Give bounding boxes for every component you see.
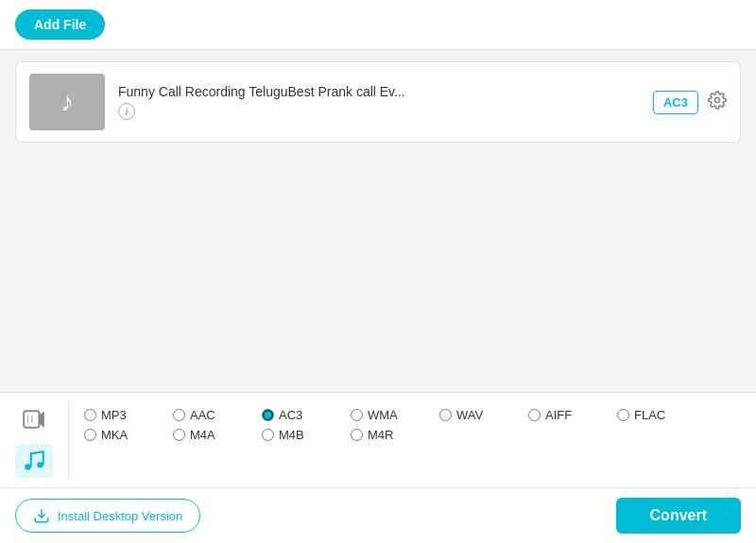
media-type-tabs	[0, 402, 69, 478]
file-name: Funny Call Recording TeluguBest Prank ca…	[118, 84, 640, 99]
action-bar: Install Desktop Version Convert	[0, 488, 756, 543]
download-icon	[33, 507, 50, 524]
install-desktop-button[interactable]: Install Desktop Version	[15, 499, 200, 533]
install-label: Install Desktop Version	[58, 509, 182, 523]
format-option-m4r[interactable]: M4R	[351, 428, 417, 442]
file-item: ♪ Funny Call Recording TeluguBest Prank …	[15, 61, 741, 143]
file-info: Funny Call Recording TeluguBest Prank ca…	[118, 84, 640, 120]
format-row-2: MKA M4A M4B M4R	[84, 428, 741, 442]
format-option-mka[interactable]: MKA	[84, 428, 150, 442]
format-option-wav[interactable]: WAV	[439, 408, 506, 422]
add-file-button[interactable]: Add File	[15, 9, 105, 40]
music-icon: ♪	[60, 87, 74, 117]
info-circle-icon[interactable]: i	[118, 103, 135, 120]
bottom-panel: MP3 AAC AC3 WMA WAV AIFF F	[0, 392, 756, 543]
top-bar: Add File	[0, 0, 756, 50]
audio-tab[interactable]	[15, 444, 53, 478]
format-option-m4a[interactable]: M4A	[173, 428, 239, 442]
file-thumbnail: ♪	[29, 74, 105, 130]
format-option-ac3[interactable]: AC3	[262, 408, 328, 422]
svg-rect-1	[24, 411, 39, 427]
video-icon	[22, 407, 46, 432]
format-option-m4b[interactable]: M4B	[262, 428, 328, 442]
gear-icon	[708, 91, 727, 110]
format-selector: MP3 AAC AC3 WMA WAV AIFF F	[0, 393, 756, 488]
format-option-mp3[interactable]: MP3	[84, 408, 150, 422]
format-options: MP3 AAC AC3 WMA WAV AIFF F	[69, 402, 756, 478]
format-row-1: MP3 AAC AC3 WMA WAV AIFF F	[84, 408, 741, 422]
music-note-icon	[22, 449, 46, 473]
svg-point-5	[25, 464, 31, 470]
format-option-aiff[interactable]: AIFF	[528, 408, 594, 422]
convert-button[interactable]: Convert	[616, 498, 741, 534]
svg-point-0	[715, 97, 720, 102]
settings-button[interactable]	[708, 91, 727, 114]
svg-point-6	[37, 462, 43, 468]
format-option-wma[interactable]: WMA	[351, 408, 417, 422]
format-option-aac[interactable]: AAC	[173, 408, 239, 422]
file-list-area: ♪ Funny Call Recording TeluguBest Prank …	[0, 50, 756, 392]
video-tab[interactable]	[15, 402, 53, 436]
file-actions: AC3	[653, 91, 727, 114]
format-option-flac[interactable]: FLAC	[617, 408, 683, 422]
format-badge[interactable]: AC3	[653, 91, 698, 114]
